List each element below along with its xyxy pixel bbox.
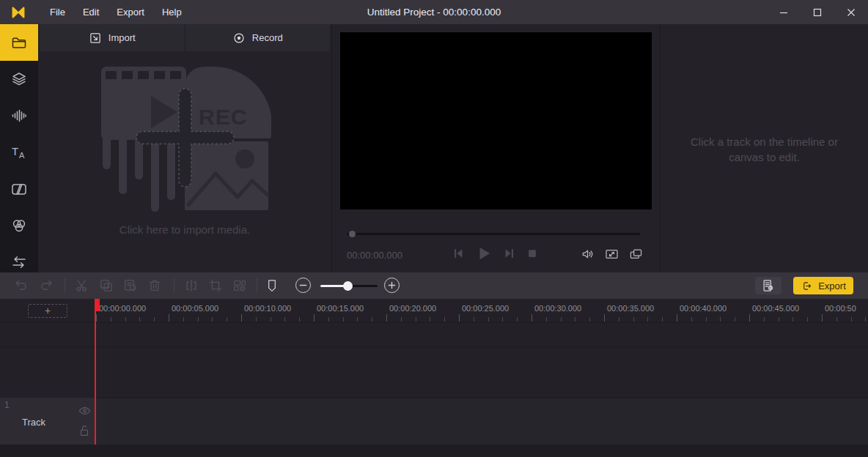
media-panel: Import Record REC bbox=[38, 24, 331, 272]
crop-button[interactable] bbox=[207, 278, 224, 294]
tab-record-label: Record bbox=[252, 32, 283, 43]
ruler-minor-tick bbox=[807, 317, 808, 322]
sidebar-item-audio[interactable] bbox=[0, 97, 38, 134]
menu-file[interactable]: File bbox=[41, 0, 74, 24]
ruler-minor-tick bbox=[662, 317, 663, 322]
maximize-button[interactable] bbox=[801, 0, 834, 24]
arrows-icon bbox=[10, 253, 28, 271]
ruler-minor-tick bbox=[111, 317, 111, 322]
sidebar-item-transitions[interactable] bbox=[0, 171, 38, 207]
ruler-major-tick bbox=[677, 314, 677, 322]
tab-record[interactable]: Record bbox=[185, 24, 331, 51]
ruler-content[interactable]: 00:00:00.00000:00:05.00000:00:10.00000:0… bbox=[95, 299, 868, 322]
waveform-icon bbox=[10, 107, 28, 125]
stop-button[interactable] bbox=[526, 247, 539, 260]
track-number: 1 bbox=[4, 400, 10, 410]
playhead-line[interactable] bbox=[95, 299, 96, 445]
ruler-minor-tick bbox=[546, 317, 547, 322]
ruler-minor-tick bbox=[372, 317, 372, 322]
sidebar-item-text[interactable]: T A bbox=[0, 134, 38, 171]
detach-window-button[interactable] bbox=[628, 247, 644, 261]
previous-frame-button[interactable] bbox=[451, 246, 466, 261]
ruler-major-tick bbox=[314, 314, 315, 322]
toolbar-separator bbox=[65, 278, 65, 293]
sidebar-item-filters[interactable] bbox=[0, 207, 38, 244]
sidebar-item-media[interactable] bbox=[0, 24, 38, 61]
ruler-label: 00:00:30.000 bbox=[534, 304, 581, 313]
ruler-minor-tick bbox=[691, 317, 692, 322]
redo-button[interactable] bbox=[38, 278, 54, 294]
layers-icon bbox=[10, 70, 28, 88]
delete-button[interactable] bbox=[147, 278, 163, 294]
import-hint-text[interactable]: Click here to import media. bbox=[38, 223, 331, 236]
track-1-lane[interactable] bbox=[96, 398, 868, 445]
seek-bar[interactable] bbox=[347, 233, 640, 235]
ruler-minor-tick bbox=[328, 317, 329, 322]
ruler-minor-tick bbox=[517, 317, 518, 322]
ruler-label: 00:00:00.000 bbox=[99, 304, 146, 313]
sidebar-item-elements[interactable] bbox=[0, 244, 38, 272]
fit-screen-button[interactable] bbox=[604, 247, 619, 261]
zoom-out-button[interactable] bbox=[295, 278, 311, 293]
folder-icon bbox=[10, 34, 28, 51]
timeline-scrollbar-area[interactable] bbox=[0, 445, 868, 457]
ruler-minor-tick bbox=[647, 317, 648, 322]
video-canvas[interactable] bbox=[340, 32, 652, 209]
ruler-minor-tick bbox=[792, 317, 793, 322]
ruler-minor-tick bbox=[284, 317, 285, 322]
transition-icon bbox=[10, 180, 28, 198]
playhead-handle[interactable] bbox=[95, 299, 100, 311]
timeline[interactable]: 00:00:00.00000:00:05.00000:00:10.00000:0… bbox=[0, 299, 868, 457]
preview-panel: 00:00:00.000 bbox=[331, 24, 660, 272]
seek-handle[interactable] bbox=[349, 231, 356, 237]
filters-icon bbox=[10, 217, 28, 234]
sidebar-item-effects[interactable] bbox=[0, 61, 38, 97]
ruler-minor-tick bbox=[357, 317, 358, 322]
copy-button[interactable] bbox=[98, 278, 114, 294]
text-icon: T A bbox=[10, 144, 28, 161]
ruler-minor-tick bbox=[271, 317, 271, 322]
ruler-minor-tick bbox=[836, 317, 837, 322]
timeline-zoom-slider[interactable] bbox=[320, 285, 378, 287]
ruler-minor-tick bbox=[401, 317, 402, 322]
tab-import[interactable]: Import bbox=[40, 24, 185, 51]
menu-export[interactable]: Export bbox=[108, 0, 153, 24]
inspector-message: Click a track on the timeline or canvas … bbox=[661, 24, 868, 165]
paste-attributes-button[interactable] bbox=[122, 278, 139, 294]
play-button[interactable] bbox=[474, 244, 493, 263]
export-button-label: Export bbox=[818, 280, 846, 291]
zoom-in-button[interactable] bbox=[384, 278, 400, 293]
marker-button[interactable] bbox=[264, 278, 280, 294]
timeline-gridline bbox=[0, 322, 868, 323]
track-lock-icon[interactable] bbox=[78, 423, 91, 438]
track-1-header[interactable]: 1 Track bbox=[0, 398, 95, 445]
next-frame-button[interactable] bbox=[502, 246, 517, 261]
ruler-minor-tick bbox=[154, 317, 155, 322]
project-settings-button[interactable] bbox=[755, 277, 781, 294]
cut-button[interactable] bbox=[74, 278, 90, 294]
ruler-minor-tick bbox=[139, 317, 140, 322]
ruler-minor-tick bbox=[416, 317, 416, 322]
toolbar: Export bbox=[0, 272, 868, 299]
menu-help[interactable]: Help bbox=[153, 0, 191, 24]
ruler-label: 00:00:40.000 bbox=[680, 304, 727, 313]
import-placeholder-graphic[interactable]: REC bbox=[95, 62, 271, 218]
ruler-major-tick bbox=[386, 314, 387, 322]
ruler-minor-tick bbox=[865, 317, 866, 322]
minimize-button[interactable] bbox=[767, 0, 801, 24]
slider-thumb[interactable] bbox=[343, 281, 353, 291]
timeline-gridline bbox=[0, 346, 868, 347]
canvas-settings-button[interactable] bbox=[232, 278, 248, 294]
track-visibility-eye-icon[interactable] bbox=[78, 405, 92, 417]
undo-button[interactable] bbox=[13, 278, 29, 294]
menu-edit[interactable]: Edit bbox=[74, 0, 108, 24]
split-button[interactable] bbox=[183, 278, 199, 294]
add-track-button[interactable]: + bbox=[28, 304, 67, 318]
export-button[interactable]: Export bbox=[793, 277, 853, 294]
close-button[interactable] bbox=[834, 0, 868, 24]
ruler-minor-tick bbox=[575, 317, 575, 322]
transport-controls bbox=[451, 244, 539, 263]
volume-button[interactable] bbox=[581, 247, 595, 261]
ruler-major-tick bbox=[822, 314, 823, 322]
preview-right-controls bbox=[581, 247, 644, 261]
